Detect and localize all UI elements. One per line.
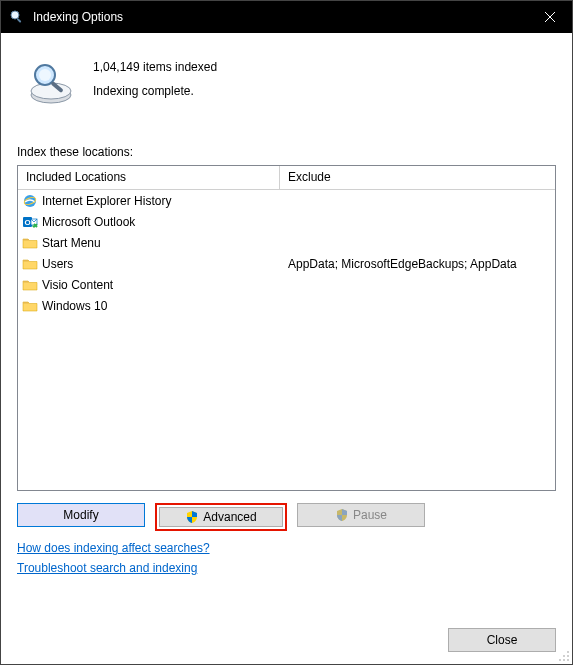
index-locations-label: Index these locations: — [17, 145, 556, 159]
indexing-options-window: Indexing Options 1,04,149 items indexed … — [0, 0, 573, 665]
button-row: Modify Advanced Pause — [17, 503, 556, 531]
status-section: 1,04,149 items indexed Indexing complete… — [17, 51, 556, 107]
modify-button[interactable]: Modify — [17, 503, 145, 527]
list-item[interactable]: Internet Explorer History — [18, 190, 555, 211]
svg-point-17 — [559, 659, 561, 661]
close-button[interactable]: Close — [448, 628, 556, 652]
how-indexing-link[interactable]: How does indexing affect searches? — [17, 541, 556, 555]
svg-point-7 — [39, 69, 51, 81]
titlebar: Indexing Options — [1, 1, 572, 33]
svg-point-18 — [563, 659, 565, 661]
close-window-button[interactable] — [527, 1, 572, 33]
indexing-options-icon — [9, 9, 25, 25]
folder-icon — [22, 256, 38, 272]
column-header-included[interactable]: Included Locations — [18, 166, 280, 189]
window-body: 1,04,149 items indexed Indexing complete… — [1, 33, 572, 664]
list-item[interactable]: UsersAppData; MicrosoftEdgeBackups; AppD… — [18, 253, 555, 274]
indexing-state: Indexing complete. — [93, 79, 217, 103]
items-indexed-count: 1,04,149 items indexed — [93, 55, 217, 79]
modify-button-label: Modify — [63, 508, 98, 522]
ie-icon — [22, 193, 38, 209]
locations-list[interactable]: Internet Explorer HistoryOMicrosoft Outl… — [18, 190, 555, 490]
svg-point-15 — [563, 655, 565, 657]
list-item[interactable]: OMicrosoft Outlook — [18, 211, 555, 232]
location-name: Internet Explorer History — [42, 194, 171, 208]
status-text: 1,04,149 items indexed Indexing complete… — [93, 51, 217, 103]
outlook-icon: O — [22, 214, 38, 230]
svg-point-19 — [567, 659, 569, 661]
location-name: Visio Content — [42, 278, 113, 292]
advanced-button-label: Advanced — [203, 510, 256, 524]
uac-shield-icon — [185, 510, 199, 524]
list-item[interactable]: Visio Content — [18, 274, 555, 295]
svg-point-14 — [567, 651, 569, 653]
folder-icon — [22, 298, 38, 314]
close-icon — [545, 12, 555, 22]
locations-panel: Included Locations Exclude Internet Expl… — [17, 165, 556, 491]
svg-point-0 — [11, 11, 19, 19]
resize-grip-icon[interactable] — [558, 650, 570, 662]
list-item[interactable]: Windows 10 — [18, 295, 555, 316]
svg-text:O: O — [24, 218, 30, 227]
folder-icon — [22, 277, 38, 293]
pause-button: Pause — [297, 503, 425, 527]
location-exclude: AppData; MicrosoftEdgeBackups; AppData — [280, 257, 555, 271]
troubleshoot-link[interactable]: Troubleshoot search and indexing — [17, 561, 556, 575]
location-name: Start Menu — [42, 236, 101, 250]
close-button-label: Close — [487, 633, 518, 647]
close-row: Close — [17, 618, 556, 652]
uac-shield-icon — [335, 508, 349, 522]
location-name: Users — [42, 257, 73, 271]
magnifier-disk-icon — [27, 59, 75, 107]
location-name: Microsoft Outlook — [42, 215, 135, 229]
advanced-button[interactable]: Advanced — [159, 507, 283, 527]
svg-point-5 — [31, 83, 71, 99]
svg-point-16 — [567, 655, 569, 657]
folder-icon — [22, 235, 38, 251]
column-header-exclude[interactable]: Exclude — [280, 166, 555, 189]
svg-rect-1 — [17, 18, 22, 23]
window-title: Indexing Options — [33, 10, 527, 24]
advanced-button-highlight: Advanced — [155, 503, 287, 531]
list-item[interactable]: Start Menu — [18, 232, 555, 253]
pause-button-label: Pause — [353, 508, 387, 522]
locations-header: Included Locations Exclude — [18, 166, 555, 190]
location-name: Windows 10 — [42, 299, 107, 313]
